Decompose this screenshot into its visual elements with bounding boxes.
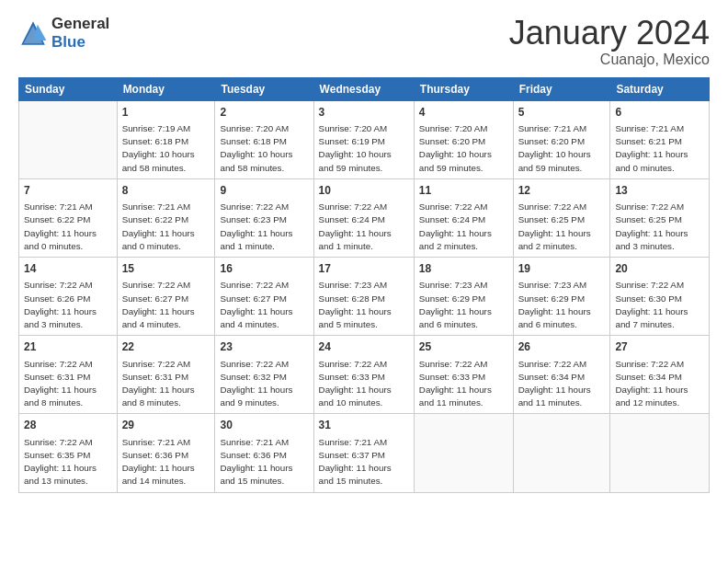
day-info: Sunrise: 7:22 AM Sunset: 6:24 PM Dayligh…	[419, 201, 508, 253]
header-wednesday: Wednesday	[313, 77, 414, 100]
day-number: 23	[220, 339, 308, 355]
day-number: 11	[419, 183, 508, 199]
day-number: 8	[122, 183, 210, 199]
day-info: Sunrise: 7:22 AM Sunset: 6:34 PM Dayligh…	[615, 358, 704, 410]
day-info: Sunrise: 7:21 AM Sunset: 6:22 PM Dayligh…	[24, 201, 112, 253]
header-monday: Monday	[117, 77, 215, 100]
calendar-cell: 1Sunrise: 7:19 AM Sunset: 6:18 PM Daylig…	[117, 100, 215, 178]
day-number: 20	[615, 261, 704, 277]
calendar-cell: 13Sunrise: 7:22 AM Sunset: 6:25 PM Dayli…	[610, 178, 710, 257]
day-info: Sunrise: 7:21 AM Sunset: 6:20 PM Dayligh…	[518, 122, 606, 175]
day-info: Sunrise: 7:21 AM Sunset: 6:37 PM Dayligh…	[319, 436, 409, 488]
day-info: Sunrise: 7:22 AM Sunset: 6:30 PM Dayligh…	[615, 279, 704, 331]
day-number: 25	[419, 339, 508, 355]
logo-icon	[18, 18, 48, 48]
day-info: Sunrise: 7:22 AM Sunset: 6:25 PM Dayligh…	[518, 201, 606, 253]
calendar-cell: 7Sunrise: 7:21 AM Sunset: 6:22 PM Daylig…	[19, 178, 118, 257]
day-info: Sunrise: 7:22 AM Sunset: 6:34 PM Dayligh…	[518, 358, 606, 410]
calendar-cell: 10Sunrise: 7:22 AM Sunset: 6:24 PM Dayli…	[313, 178, 414, 257]
day-info: Sunrise: 7:20 AM Sunset: 6:20 PM Dayligh…	[419, 122, 508, 175]
calendar-week-3: 14Sunrise: 7:22 AM Sunset: 6:26 PM Dayli…	[19, 258, 710, 336]
weekday-header-row: Sunday Monday Tuesday Wednesday Thursday…	[19, 77, 710, 100]
calendar-cell: 11Sunrise: 7:22 AM Sunset: 6:24 PM Dayli…	[414, 178, 513, 257]
day-number: 27	[615, 339, 704, 355]
day-info: Sunrise: 7:20 AM Sunset: 6:19 PM Dayligh…	[319, 122, 409, 175]
day-info: Sunrise: 7:22 AM Sunset: 6:24 PM Dayligh…	[319, 201, 409, 253]
calendar-cell	[19, 100, 118, 178]
day-info: Sunrise: 7:22 AM Sunset: 6:27 PM Dayligh…	[122, 279, 210, 331]
calendar-cell: 18Sunrise: 7:23 AM Sunset: 6:29 PM Dayli…	[414, 258, 513, 336]
day-number: 21	[24, 339, 112, 355]
day-number: 1	[122, 105, 210, 121]
day-number: 18	[419, 261, 508, 277]
day-info: Sunrise: 7:22 AM Sunset: 6:27 PM Dayligh…	[220, 279, 308, 331]
logo-text: General Blue	[51, 15, 109, 52]
location: Cuanajo, Mexico	[509, 52, 710, 68]
header-thursday: Thursday	[414, 77, 513, 100]
header: General Blue January 2024 Cuanajo, Mexic…	[18, 15, 710, 68]
calendar-cell: 30Sunrise: 7:21 AM Sunset: 6:36 PM Dayli…	[215, 414, 313, 492]
page: General Blue January 2024 Cuanajo, Mexic…	[0, 0, 728, 563]
calendar-cell: 21Sunrise: 7:22 AM Sunset: 6:31 PM Dayli…	[19, 336, 118, 414]
day-number: 3	[319, 105, 409, 121]
calendar-cell: 3Sunrise: 7:20 AM Sunset: 6:19 PM Daylig…	[313, 100, 414, 178]
calendar-cell: 14Sunrise: 7:22 AM Sunset: 6:26 PM Dayli…	[19, 258, 118, 336]
day-number: 31	[319, 418, 409, 433]
title-section: January 2024 Cuanajo, Mexico	[509, 15, 710, 68]
header-sunday: Sunday	[19, 77, 118, 100]
calendar-cell: 4Sunrise: 7:20 AM Sunset: 6:20 PM Daylig…	[414, 100, 513, 178]
calendar-cell: 26Sunrise: 7:22 AM Sunset: 6:34 PM Dayli…	[513, 336, 610, 414]
calendar-cell: 2Sunrise: 7:20 AM Sunset: 6:18 PM Daylig…	[215, 100, 313, 178]
calendar-week-2: 7Sunrise: 7:21 AM Sunset: 6:22 PM Daylig…	[19, 178, 710, 257]
day-number: 16	[220, 261, 308, 277]
day-number: 5	[518, 105, 606, 121]
calendar-cell: 22Sunrise: 7:22 AM Sunset: 6:31 PM Dayli…	[117, 336, 215, 414]
calendar-cell: 8Sunrise: 7:21 AM Sunset: 6:22 PM Daylig…	[117, 178, 215, 257]
calendar-cell: 12Sunrise: 7:22 AM Sunset: 6:25 PM Dayli…	[513, 178, 610, 257]
day-info: Sunrise: 7:21 AM Sunset: 6:21 PM Dayligh…	[615, 122, 704, 175]
day-number: 22	[122, 339, 210, 355]
calendar-cell: 27Sunrise: 7:22 AM Sunset: 6:34 PM Dayli…	[610, 336, 710, 414]
header-friday: Friday	[513, 77, 610, 100]
calendar-cell: 9Sunrise: 7:22 AM Sunset: 6:23 PM Daylig…	[215, 178, 313, 257]
day-number: 15	[122, 261, 210, 277]
calendar-cell: 24Sunrise: 7:22 AM Sunset: 6:33 PM Dayli…	[313, 336, 414, 414]
day-info: Sunrise: 7:23 AM Sunset: 6:28 PM Dayligh…	[319, 279, 409, 331]
day-number: 13	[615, 183, 704, 199]
calendar-week-5: 28Sunrise: 7:22 AM Sunset: 6:35 PM Dayli…	[19, 414, 710, 492]
day-number: 7	[24, 183, 112, 199]
calendar-cell: 31Sunrise: 7:21 AM Sunset: 6:37 PM Dayli…	[313, 414, 414, 492]
day-info: Sunrise: 7:22 AM Sunset: 6:25 PM Dayligh…	[615, 201, 704, 253]
day-info: Sunrise: 7:21 AM Sunset: 6:36 PM Dayligh…	[122, 436, 210, 488]
month-title: January 2024	[509, 15, 710, 52]
day-info: Sunrise: 7:22 AM Sunset: 6:35 PM Dayligh…	[24, 436, 112, 488]
calendar-cell	[414, 414, 513, 492]
header-tuesday: Tuesday	[215, 77, 313, 100]
calendar-cell	[610, 414, 710, 492]
day-info: Sunrise: 7:22 AM Sunset: 6:23 PM Dayligh…	[220, 201, 308, 253]
day-number: 28	[24, 418, 112, 433]
day-info: Sunrise: 7:20 AM Sunset: 6:18 PM Dayligh…	[220, 122, 308, 175]
day-info: Sunrise: 7:23 AM Sunset: 6:29 PM Dayligh…	[419, 279, 508, 331]
day-number: 6	[615, 105, 704, 121]
calendar-cell: 15Sunrise: 7:22 AM Sunset: 6:27 PM Dayli…	[117, 258, 215, 336]
day-number: 24	[319, 339, 409, 355]
day-number: 29	[122, 418, 210, 433]
day-number: 2	[220, 105, 308, 121]
day-info: Sunrise: 7:19 AM Sunset: 6:18 PM Dayligh…	[122, 122, 210, 175]
day-info: Sunrise: 7:22 AM Sunset: 6:31 PM Dayligh…	[24, 358, 112, 410]
day-info: Sunrise: 7:21 AM Sunset: 6:36 PM Dayligh…	[220, 436, 308, 488]
day-info: Sunrise: 7:22 AM Sunset: 6:33 PM Dayligh…	[419, 358, 508, 410]
day-number: 19	[518, 261, 606, 277]
day-info: Sunrise: 7:23 AM Sunset: 6:29 PM Dayligh…	[518, 279, 606, 331]
calendar-cell: 16Sunrise: 7:22 AM Sunset: 6:27 PM Dayli…	[215, 258, 313, 336]
header-saturday: Saturday	[610, 77, 710, 100]
day-info: Sunrise: 7:22 AM Sunset: 6:26 PM Dayligh…	[24, 279, 112, 331]
calendar-cell: 17Sunrise: 7:23 AM Sunset: 6:28 PM Dayli…	[313, 258, 414, 336]
day-number: 12	[518, 183, 606, 199]
day-number: 4	[419, 105, 508, 121]
day-info: Sunrise: 7:22 AM Sunset: 6:32 PM Dayligh…	[220, 358, 308, 410]
calendar-cell: 25Sunrise: 7:22 AM Sunset: 6:33 PM Dayli…	[414, 336, 513, 414]
calendar-week-4: 21Sunrise: 7:22 AM Sunset: 6:31 PM Dayli…	[19, 336, 710, 414]
calendar-cell: 19Sunrise: 7:23 AM Sunset: 6:29 PM Dayli…	[513, 258, 610, 336]
